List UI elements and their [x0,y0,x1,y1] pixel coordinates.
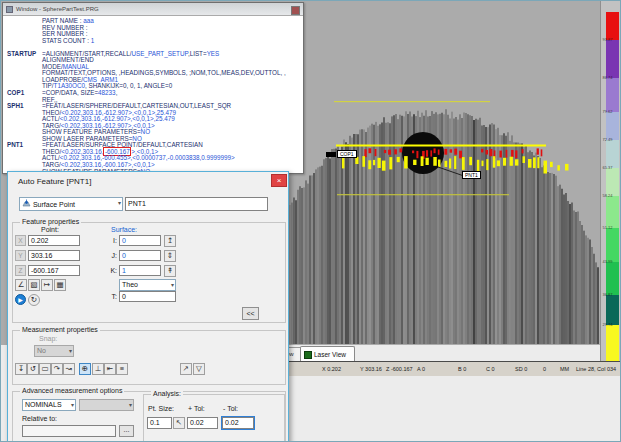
relative-to-input[interactable] [22,425,116,437]
measure-point-icon[interactable]: ↧ [15,363,27,375]
color-scale-tick: 93.87 [601,38,614,42]
color-scale-tick: 36.87 [601,293,614,297]
x-axis-button[interactable]: X [15,235,26,246]
color-scale-tick: 86.74 [601,76,614,80]
snap-dropdown[interactable]: No ▾ [34,345,74,357]
status-item: MM [560,366,569,372]
secondary-dropdown[interactable]: ▾ [79,399,134,411]
filter-icon[interactable]: ▽ [193,363,205,375]
nominals-dropdown[interactable]: NOMINALS ▾ [22,399,76,411]
flip-vector-icon[interactable]: ⇕ [164,250,176,262]
window-button[interactable] [291,6,300,15]
pt-size-label: Pt. Size: [148,405,174,412]
reread-icon[interactable]: ↻ [28,294,40,306]
z-input[interactable]: -600.167 [28,265,80,276]
offset-icon[interactable]: ⇤ [104,363,116,375]
feature-type-label: Surface Point [33,201,75,208]
find-nominals-icon[interactable]: ▧ [28,279,40,291]
box-select-icon[interactable]: ▭ [39,363,51,375]
status-item: Line 28, Col 034 [576,366,616,372]
undo-icon[interactable]: ↺ [27,363,39,375]
status-item: B 0 [458,366,466,372]
z-axis-button[interactable]: Z [15,265,26,276]
status-item: X 0.202 [322,366,341,372]
measure-order-icon[interactable]: ↦ [41,279,53,291]
minus-tol-label: - Tol: [223,405,238,412]
relative-to-label: Relative to: [22,415,57,422]
edit-window[interactable]: Window - SpherePartTest.PRG PART NAME : … [2,2,304,174]
point-select-icon[interactable]: ↗ [180,363,192,375]
pick-size-icon[interactable]: ↖ [173,417,185,429]
color-scale-tick: 72.49 [601,138,614,142]
color-scale-segment [606,168,619,196]
scan-density-icon[interactable]: ≡ [116,363,128,375]
scan-path-icon[interactable]: ↝ [63,363,75,375]
t-label: T: [104,293,117,300]
color-scale-tick: 79.62 [601,110,614,114]
point-label: Point: [41,226,59,233]
tab-laser-view[interactable]: Laser View [300,346,355,362]
theo-dropdown[interactable]: Theo ▾ [119,279,176,291]
feature-type-dropdown[interactable]: Surface Point ▾ [19,197,123,211]
collapse-button[interactable]: << [242,307,259,320]
redo-icon[interactable]: ↷ [51,363,63,375]
surface-link[interactable]: Surface: [111,226,137,233]
color-scale-segment [606,112,619,140]
snap-label: Snap: [39,335,57,342]
surface-point-icon [22,199,31,208]
status-item: C 0 [486,366,495,372]
i-label: I: [104,237,117,244]
feature-properties-legend: Feature properties [20,218,81,225]
theo-dropdown-value: Theo [122,281,138,288]
edit-window-title: Window - SpherePartTest.PRG [16,3,99,15]
crosshair-icon[interactable]: ⊕ [79,363,91,375]
auto-feature-dialog: Auto Feature [PNT1] × Surface Point ▾ PN… [7,171,289,442]
measurement-properties-legend: Measurement properties [20,326,100,333]
color-scale-segment [606,295,619,325]
chevron-down-icon: ▾ [69,347,72,354]
chevron-down-icon: ▾ [71,401,74,408]
t-input[interactable]: 0 [119,291,176,302]
code-editor[interactable]: PART NAME : aaaREV NUMBER : SER NUMBER :… [3,16,303,173]
cop-feature-label[interactable]: COP1 [337,150,357,158]
pattern-grid-icon[interactable]: ▦ [54,279,66,291]
align-workplane-icon[interactable]: ∠ [15,279,27,291]
k-label: K: [104,267,117,274]
probe-depth-icon[interactable]: ⊥ [92,363,104,375]
plus-tol-input[interactable]: 0.02 [187,417,218,429]
plus-tol-label: + Tol: [188,405,205,412]
execute-button[interactable]: ▶ [15,294,26,305]
color-scale-segment [606,262,619,295]
pt-size-input[interactable]: 0.1 [147,417,172,429]
j-input[interactable]: 0 [119,250,161,261]
color-scale-segment [606,12,619,40]
analysis-legend: Analysis: [151,390,183,397]
chevron-down-icon: ▾ [129,401,132,408]
feature-name-input[interactable]: PNT1 [125,197,268,211]
pnt-feature-label[interactable]: PNT1 [462,171,481,179]
status-bar: X 0.202Y 303.16Z -600.167A 0B 0C 0SD 00M… [260,361,621,376]
edit-window-titlebar[interactable]: Window - SpherePartTest.PRG [3,3,303,16]
y-input[interactable]: 303.16 [28,250,80,261]
i-input[interactable]: 0 [119,235,161,246]
j-label: J: [104,252,117,259]
tab-laser-view-label: Laser View [314,348,346,362]
color-scale-segment [606,196,619,228]
color-scale-tick: 65.37 [601,166,614,170]
close-icon[interactable]: × [271,174,287,187]
surface-vector-icon[interactable]: ↥ [164,235,176,247]
minus-tol-input[interactable]: 0.02 [222,417,254,429]
x-input[interactable]: 0.202 [28,235,80,246]
color-scale-strip: 93.8786.7479.6272.4965.3758.2451.1243.99… [600,0,621,376]
color-scale-tick: 43.99 [601,260,614,264]
snap-vector-icon[interactable]: ↟ [164,265,176,277]
browse-button[interactable]: ... [119,425,134,437]
status-item: SD 0 [515,366,527,372]
snap-dropdown-value: No [37,347,46,354]
advanced-options-legend: Advanced measurement options [20,387,124,394]
status-item: Y 303.16 [360,366,382,372]
color-scale-tick: 29.74 [601,323,614,327]
color-scale-segment [606,140,619,168]
y-axis-button[interactable]: Y [15,250,26,261]
k-input[interactable]: 1 [119,265,161,276]
